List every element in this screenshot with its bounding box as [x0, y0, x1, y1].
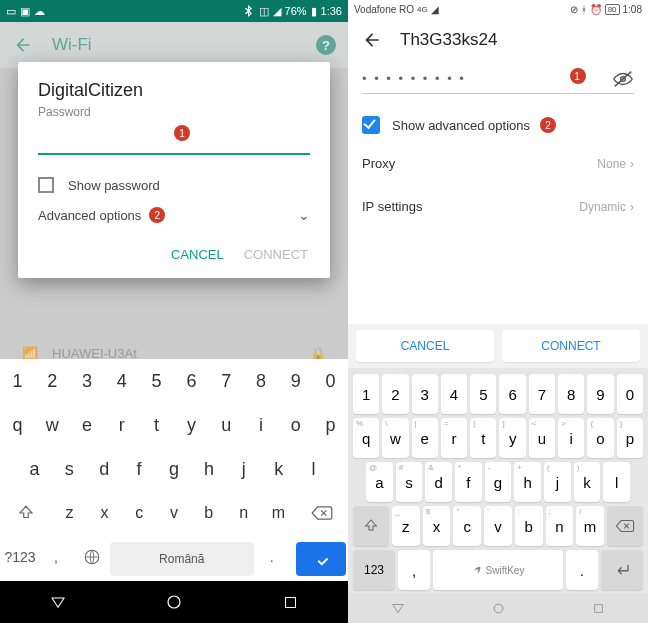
nav-bar[interactable]: [0, 581, 348, 623]
comma-key[interactable]: ,: [38, 535, 74, 579]
key-e[interactable]: e: [70, 403, 105, 447]
key-q[interactable]: %q: [353, 418, 379, 458]
spacebar[interactable]: SwiftKey: [433, 550, 562, 590]
key-n[interactable]: ;n: [546, 506, 574, 546]
key-t[interactable]: [t: [470, 418, 496, 458]
key-j[interactable]: j: [226, 447, 261, 491]
key-f[interactable]: *f: [455, 462, 482, 502]
key-s[interactable]: s: [52, 447, 87, 491]
key-y[interactable]: y: [174, 403, 209, 447]
symbols-key[interactable]: ?123: [2, 535, 38, 579]
show-advanced-checkbox[interactable]: [362, 116, 380, 134]
show-password-row[interactable]: Show password: [38, 177, 310, 193]
key-3[interactable]: 3: [412, 374, 438, 414]
key-2[interactable]: 2: [35, 359, 70, 403]
nav-recent-icon[interactable]: [592, 602, 605, 615]
backspace-key[interactable]: [296, 491, 348, 535]
nav-back-icon[interactable]: [391, 601, 405, 615]
period-key[interactable]: .: [566, 550, 598, 590]
key-6[interactable]: 6: [174, 359, 209, 403]
key-m[interactable]: /m: [576, 506, 604, 546]
key-a[interactable]: @a: [366, 462, 393, 502]
key-k[interactable]: k: [261, 447, 296, 491]
spacebar[interactable]: Română: [110, 542, 254, 576]
key-c[interactable]: "c: [453, 506, 481, 546]
nav-home-icon[interactable]: [165, 593, 183, 611]
key-e[interactable]: |e: [412, 418, 438, 458]
cancel-button[interactable]: CANCEL: [171, 247, 224, 262]
key-8[interactable]: 8: [558, 374, 584, 414]
key-1[interactable]: 1: [0, 359, 35, 403]
back-icon[interactable]: [362, 30, 382, 50]
key-p[interactable]: p: [313, 403, 348, 447]
key-4[interactable]: 4: [441, 374, 467, 414]
key-5[interactable]: 5: [470, 374, 496, 414]
key-9[interactable]: 9: [278, 359, 313, 403]
nav-home-icon[interactable]: [491, 601, 506, 616]
key-x[interactable]: x: [87, 491, 122, 535]
key-1[interactable]: 1: [353, 374, 379, 414]
proxy-setting[interactable]: Proxy None›: [348, 142, 648, 185]
key-3[interactable]: 3: [70, 359, 105, 403]
key-n[interactable]: n: [226, 491, 261, 535]
enter-key[interactable]: [296, 542, 346, 576]
key-7[interactable]: 7: [529, 374, 555, 414]
cancel-button[interactable]: CANCEL: [356, 330, 494, 362]
key-q[interactable]: q: [0, 403, 35, 447]
key-s[interactable]: #s: [396, 462, 423, 502]
key-i[interactable]: i: [244, 403, 279, 447]
key-u[interactable]: u: [209, 403, 244, 447]
key-6[interactable]: 6: [499, 374, 525, 414]
show-password-checkbox[interactable]: [38, 177, 54, 193]
show-advanced-row[interactable]: Show advanced options 2: [348, 108, 648, 142]
key-2[interactable]: 2: [382, 374, 408, 414]
nav-recent-icon[interactable]: [283, 595, 298, 610]
comma-key[interactable]: ,: [398, 550, 430, 590]
connect-button[interactable]: CONNECT: [502, 330, 640, 362]
globe-key[interactable]: [74, 535, 110, 579]
key-g[interactable]: -g: [485, 462, 512, 502]
key-p[interactable]: }p: [617, 418, 643, 458]
key-k[interactable]: )k: [574, 462, 601, 502]
keyboard[interactable]: 1234567890 qwertyuiop asdfghjkl zxcvbnm …: [0, 359, 348, 581]
key-d[interactable]: &d: [425, 462, 452, 502]
password-input[interactable]: 1: [38, 129, 310, 155]
key-l[interactable]: l: [296, 447, 331, 491]
ip-setting[interactable]: IP settings Dynamic›: [348, 185, 648, 228]
back-icon[interactable]: [12, 34, 34, 56]
visibility-off-icon[interactable]: [612, 68, 634, 90]
shift-key[interactable]: [353, 506, 389, 546]
backspace-key[interactable]: [607, 506, 643, 546]
key-8[interactable]: 8: [244, 359, 279, 403]
key-y[interactable]: ]y: [499, 418, 525, 458]
key-j[interactable]: (j: [544, 462, 571, 502]
key-w[interactable]: \w: [382, 418, 408, 458]
key-v[interactable]: 'v: [484, 506, 512, 546]
symbols-key[interactable]: 123: [353, 550, 395, 590]
key-g[interactable]: g: [157, 447, 192, 491]
password-input[interactable]: • • • • • • • • • 1: [362, 64, 634, 94]
key-z[interactable]: z: [52, 491, 87, 535]
key-0[interactable]: 0: [313, 359, 348, 403]
key-m[interactable]: m: [261, 491, 296, 535]
connect-button[interactable]: CONNECT: [244, 247, 308, 262]
key-r[interactable]: =r: [441, 418, 467, 458]
key-o[interactable]: {o: [587, 418, 613, 458]
key-f[interactable]: f: [122, 447, 157, 491]
key-9[interactable]: 9: [587, 374, 613, 414]
shift-key[interactable]: [0, 491, 52, 535]
key-w[interactable]: w: [35, 403, 70, 447]
key-c[interactable]: c: [122, 491, 157, 535]
key-t[interactable]: t: [139, 403, 174, 447]
nav-back-icon[interactable]: [50, 594, 66, 610]
key-b[interactable]: :b: [515, 506, 543, 546]
key-5[interactable]: 5: [139, 359, 174, 403]
key-z[interactable]: _z: [392, 506, 420, 546]
nav-bar[interactable]: [348, 593, 648, 623]
key-o[interactable]: o: [278, 403, 313, 447]
key-u[interactable]: <u: [529, 418, 555, 458]
key-b[interactable]: b: [191, 491, 226, 535]
key-h[interactable]: h: [191, 447, 226, 491]
advanced-options-row[interactable]: Advanced options 2 ⌄: [38, 207, 310, 223]
key-7[interactable]: 7: [209, 359, 244, 403]
